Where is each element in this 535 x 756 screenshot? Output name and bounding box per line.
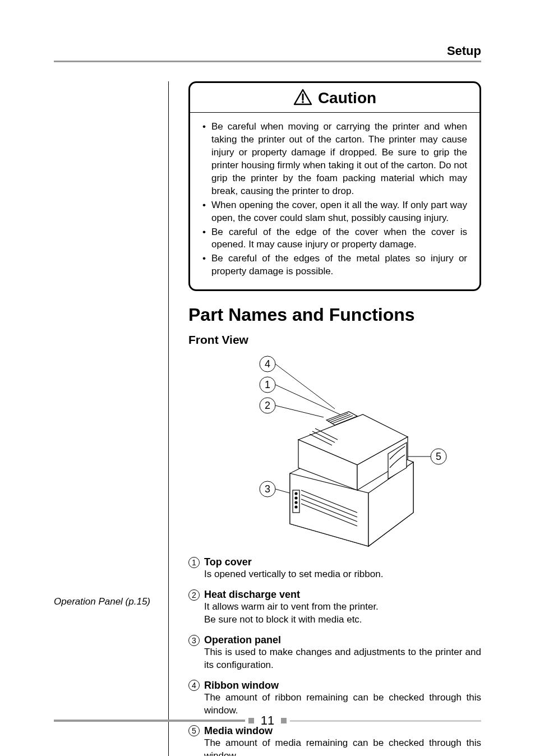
footer-ornament <box>248 718 254 723</box>
margin-cross-reference: Operation Panel (p.15) <box>54 596 150 607</box>
callout-label: 1 <box>265 379 270 390</box>
svg-point-31 <box>295 492 297 495</box>
part-number: 1 <box>188 557 200 568</box>
part-item: 1 Top cover Is opened vertically to set … <box>188 556 481 581</box>
svg-line-8 <box>275 364 335 409</box>
caution-header: Caution <box>190 83 479 113</box>
caution-box: Caution Be careful when moving or carryi… <box>188 81 481 291</box>
svg-point-32 <box>295 497 297 499</box>
caution-item: Be careful of the edges of the metal pla… <box>202 252 467 278</box>
footer-rule-left <box>54 720 245 722</box>
part-description: It allows warm air to vent from the prin… <box>188 601 481 626</box>
callout-label: 3 <box>265 483 270 495</box>
page-number: 11 <box>254 713 281 728</box>
caution-item: When opening the cover, open it all the … <box>202 199 467 225</box>
svg-point-34 <box>295 506 297 508</box>
svg-point-2 <box>302 101 304 103</box>
part-description: Is opened vertically to set media or rib… <box>188 568 481 581</box>
part-title: Top cover <box>204 556 252 568</box>
part-title: Operation panel <box>204 634 281 646</box>
main-content: Caution Be careful when moving or carryi… <box>168 81 481 756</box>
part-item: 4 Ribbon window The amount of ribbon rem… <box>188 680 481 717</box>
svg-line-9 <box>275 385 346 417</box>
svg-point-33 <box>295 501 297 504</box>
subsection-heading-front-view: Front View <box>188 333 481 347</box>
part-number: 3 <box>188 635 200 646</box>
warning-icon <box>293 89 312 108</box>
part-number: 4 <box>188 680 200 691</box>
callout-label: 2 <box>265 400 270 411</box>
header-divider <box>54 61 481 62</box>
page-header-title: Setup <box>447 44 481 58</box>
part-description: This is used to make changes and adjustm… <box>188 646 481 672</box>
section-heading: Part Names and Functions <box>188 305 481 325</box>
svg-line-10 <box>275 405 324 417</box>
callout-label: 4 <box>265 358 270 370</box>
part-description: The amount of media remaining can be che… <box>188 737 481 756</box>
caution-item: Be careful when moving or carrying the p… <box>202 121 467 198</box>
front-view-diagram: 4 1 2 3 5 <box>188 350 481 554</box>
caution-item: Be careful of the edge of the cover when… <box>202 226 467 252</box>
part-title: Heat discharge vent <box>204 589 300 601</box>
page-footer: 11 <box>54 713 481 728</box>
part-number: 2 <box>188 589 200 601</box>
footer-rule-right <box>290 720 481 722</box>
part-item: 3 Operation panel This is used to make c… <box>188 634 481 672</box>
callout-label: 5 <box>436 451 441 462</box>
part-item: 5 Media window The amount of media remai… <box>188 725 481 756</box>
caution-body: Be careful when moving or carrying the p… <box>190 113 479 289</box>
caution-title: Caution <box>318 89 376 107</box>
footer-ornament <box>281 718 287 723</box>
part-title: Ribbon window <box>204 680 279 692</box>
part-item: 2 Heat discharge vent It allows warm air… <box>188 589 481 626</box>
margin-column: Operation Panel (p.15) <box>54 81 166 711</box>
